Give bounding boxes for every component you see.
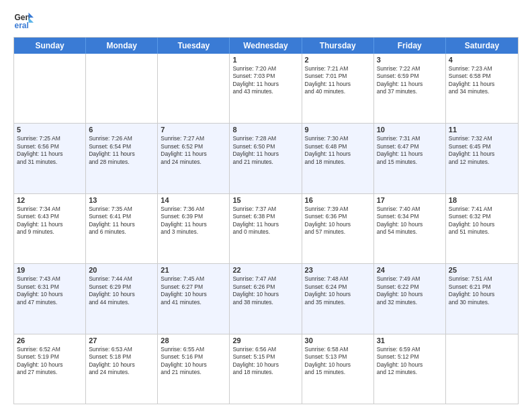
calendar-cell-day-21: 21Sunrise: 7:45 AMSunset: 6:27 PMDayligh… xyxy=(158,264,230,333)
day-number: 9 xyxy=(305,126,371,134)
header-day-thursday: Thursday xyxy=(302,38,374,54)
day-info: Sunrise: 7:25 AMSunset: 6:56 PMDaylight:… xyxy=(17,135,83,166)
calendar-row-0: 1Sunrise: 7:20 AMSunset: 7:03 PMDaylight… xyxy=(14,54,518,124)
day-info: Sunrise: 7:49 AMSunset: 6:22 PMDaylight:… xyxy=(377,275,443,306)
calendar-cell-day-3: 3Sunrise: 7:22 AMSunset: 6:59 PMDaylight… xyxy=(374,54,446,123)
day-number: 5 xyxy=(17,126,83,134)
day-number: 29 xyxy=(232,336,298,345)
calendar-cell-day-4: 4Sunrise: 7:23 AMSunset: 6:58 PMDaylight… xyxy=(446,54,518,123)
calendar-cell-empty-0-1 xyxy=(86,54,158,123)
day-info: Sunrise: 7:22 AMSunset: 6:59 PMDaylight:… xyxy=(377,65,443,96)
svg-marker-3 xyxy=(29,17,34,23)
calendar-cell-day-31: 31Sunrise: 6:59 AMSunset: 5:12 PMDayligh… xyxy=(374,334,446,404)
calendar-body: 1Sunrise: 7:20 AMSunset: 7:03 PMDaylight… xyxy=(14,54,518,404)
day-number: 31 xyxy=(377,336,443,345)
calendar-cell-day-27: 27Sunrise: 6:53 AMSunset: 5:18 PMDayligh… xyxy=(86,334,158,404)
day-number: 25 xyxy=(449,266,515,274)
calendar-cell-day-6: 6Sunrise: 7:26 AMSunset: 6:54 PMDaylight… xyxy=(86,124,158,193)
day-info: Sunrise: 7:44 AMSunset: 6:29 PMDaylight:… xyxy=(89,275,154,306)
calendar-cell-day-15: 15Sunrise: 7:37 AMSunset: 6:38 PMDayligh… xyxy=(230,194,302,263)
calendar-cell-empty-0-0 xyxy=(14,54,86,123)
calendar-row-4: 26Sunrise: 6:52 AMSunset: 5:19 PMDayligh… xyxy=(14,334,518,404)
day-info: Sunrise: 6:59 AMSunset: 5:12 PMDaylight:… xyxy=(377,346,443,377)
day-info: Sunrise: 7:35 AMSunset: 6:41 PMDaylight:… xyxy=(89,205,154,236)
day-info: Sunrise: 7:31 AMSunset: 6:47 PMDaylight:… xyxy=(377,135,443,166)
day-info: Sunrise: 7:51 AMSunset: 6:21 PMDaylight:… xyxy=(449,275,515,306)
calendar-row-1: 5Sunrise: 7:25 AMSunset: 6:56 PMDaylight… xyxy=(14,124,518,193)
calendar-cell-day-26: 26Sunrise: 6:52 AMSunset: 5:19 PMDayligh… xyxy=(14,334,86,404)
day-info: Sunrise: 7:28 AMSunset: 6:50 PMDaylight:… xyxy=(232,135,298,166)
day-number: 12 xyxy=(17,196,83,204)
day-number: 28 xyxy=(161,336,226,345)
day-info: Sunrise: 7:40 AMSunset: 6:34 PMDaylight:… xyxy=(377,205,443,236)
svg-text:eral: eral xyxy=(15,21,29,30)
day-info: Sunrise: 7:36 AMSunset: 6:39 PMDaylight:… xyxy=(161,205,226,236)
calendar-cell-day-13: 13Sunrise: 7:35 AMSunset: 6:41 PMDayligh… xyxy=(86,194,158,263)
day-number: 26 xyxy=(17,336,83,345)
day-number: 11 xyxy=(449,126,515,134)
calendar-cell-day-2: 2Sunrise: 7:21 AMSunset: 7:01 PMDaylight… xyxy=(302,54,374,123)
calendar-cell-day-5: 5Sunrise: 7:25 AMSunset: 6:56 PMDaylight… xyxy=(14,124,86,193)
day-number: 10 xyxy=(377,126,443,134)
calendar-cell-day-22: 22Sunrise: 7:47 AMSunset: 6:26 PMDayligh… xyxy=(230,264,302,333)
day-number: 21 xyxy=(161,266,226,274)
day-info: Sunrise: 7:37 AMSunset: 6:38 PMDaylight:… xyxy=(232,205,298,236)
calendar-cell-day-18: 18Sunrise: 7:41 AMSunset: 6:32 PMDayligh… xyxy=(446,194,518,263)
day-number: 27 xyxy=(89,336,154,345)
header-day-tuesday: Tuesday xyxy=(158,38,230,54)
header-day-wednesday: Wednesday xyxy=(230,38,302,54)
calendar-cell-day-16: 16Sunrise: 7:39 AMSunset: 6:36 PMDayligh… xyxy=(302,194,374,263)
day-number: 4 xyxy=(449,56,515,64)
day-number: 30 xyxy=(305,336,371,345)
day-info: Sunrise: 7:27 AMSunset: 6:52 PMDaylight:… xyxy=(161,135,226,166)
calendar-cell-day-28: 28Sunrise: 6:55 AMSunset: 5:16 PMDayligh… xyxy=(158,334,230,404)
day-number: 2 xyxy=(305,56,371,64)
day-number: 19 xyxy=(17,266,83,274)
logo-icon: Gen eral xyxy=(13,10,34,30)
calendar-cell-day-9: 9Sunrise: 7:30 AMSunset: 6:48 PMDaylight… xyxy=(302,124,374,193)
header-day-sunday: Sunday xyxy=(14,38,86,54)
calendar-cell-day-24: 24Sunrise: 7:49 AMSunset: 6:22 PMDayligh… xyxy=(374,264,446,333)
day-number: 18 xyxy=(449,196,515,204)
calendar-cell-day-8: 8Sunrise: 7:28 AMSunset: 6:50 PMDaylight… xyxy=(230,124,302,193)
page: Gen eral SundayMondayTuesdayWednesdayThu… xyxy=(0,0,532,411)
header-day-friday: Friday xyxy=(374,38,446,54)
day-info: Sunrise: 7:47 AMSunset: 6:26 PMDaylight:… xyxy=(232,275,298,306)
calendar-cell-day-29: 29Sunrise: 6:56 AMSunset: 5:15 PMDayligh… xyxy=(230,334,302,404)
day-info: Sunrise: 7:23 AMSunset: 6:58 PMDaylight:… xyxy=(449,65,515,96)
day-info: Sunrise: 7:21 AMSunset: 7:01 PMDaylight:… xyxy=(305,65,371,96)
day-number: 14 xyxy=(161,196,226,204)
day-number: 15 xyxy=(232,196,298,204)
day-number: 1 xyxy=(232,56,298,64)
header-day-saturday: Saturday xyxy=(446,38,518,54)
calendar-cell-day-11: 11Sunrise: 7:32 AMSunset: 6:45 PMDayligh… xyxy=(446,124,518,193)
day-info: Sunrise: 6:52 AMSunset: 5:19 PMDaylight:… xyxy=(17,346,83,377)
day-info: Sunrise: 7:39 AMSunset: 6:36 PMDaylight:… xyxy=(305,205,371,236)
calendar-cell-day-7: 7Sunrise: 7:27 AMSunset: 6:52 PMDaylight… xyxy=(158,124,230,193)
calendar-cell-day-14: 14Sunrise: 7:36 AMSunset: 6:39 PMDayligh… xyxy=(158,194,230,263)
logo: Gen eral xyxy=(13,10,37,30)
day-info: Sunrise: 6:56 AMSunset: 5:15 PMDaylight:… xyxy=(232,346,298,377)
calendar-cell-empty-0-2 xyxy=(158,54,230,123)
calendar-row-3: 19Sunrise: 7:43 AMSunset: 6:31 PMDayligh… xyxy=(14,264,518,334)
day-number: 3 xyxy=(377,56,443,64)
day-info: Sunrise: 7:45 AMSunset: 6:27 PMDaylight:… xyxy=(161,275,226,306)
day-number: 8 xyxy=(232,126,298,134)
day-number: 22 xyxy=(232,266,298,274)
day-number: 13 xyxy=(89,196,154,204)
day-info: Sunrise: 7:26 AMSunset: 6:54 PMDaylight:… xyxy=(89,135,154,166)
day-info: Sunrise: 7:43 AMSunset: 6:31 PMDaylight:… xyxy=(17,275,83,306)
calendar-cell-day-12: 12Sunrise: 7:34 AMSunset: 6:43 PMDayligh… xyxy=(14,194,86,263)
day-number: 7 xyxy=(161,126,226,134)
day-number: 17 xyxy=(377,196,443,204)
calendar-cell-day-19: 19Sunrise: 7:43 AMSunset: 6:31 PMDayligh… xyxy=(14,264,86,333)
header-day-monday: Monday xyxy=(86,38,158,54)
day-info: Sunrise: 7:30 AMSunset: 6:48 PMDaylight:… xyxy=(305,135,371,166)
calendar-cell-empty-4-6 xyxy=(446,334,518,404)
svg-marker-2 xyxy=(29,13,34,18)
day-info: Sunrise: 6:58 AMSunset: 5:13 PMDaylight:… xyxy=(305,346,371,377)
day-number: 24 xyxy=(377,266,443,274)
calendar-row-2: 12Sunrise: 7:34 AMSunset: 6:43 PMDayligh… xyxy=(14,194,518,264)
calendar-cell-day-1: 1Sunrise: 7:20 AMSunset: 7:03 PMDaylight… xyxy=(230,54,302,123)
day-number: 23 xyxy=(305,266,371,274)
